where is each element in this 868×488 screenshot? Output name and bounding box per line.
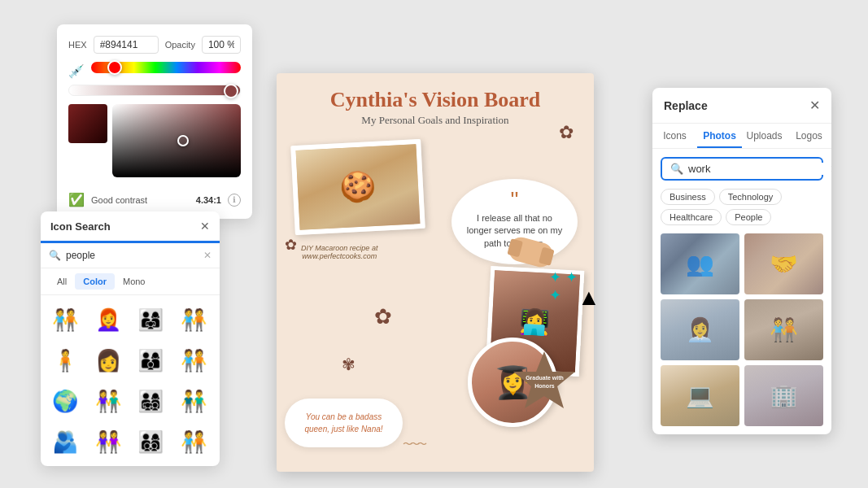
opacity-handle[interactable] [224,84,238,98]
vision-board-heading: Cynthia's Vision Board [277,88,594,112]
icon-search-header: Icon Search ✕ [41,211,220,243]
photo-item-2[interactable]: 🤝 [744,233,823,294]
icon-item[interactable]: 🌍 [47,383,83,419]
wave-lines-3: 〜〜〜 [403,438,425,451]
vision-board: Cynthia's Vision Board My Personal Goals… [277,73,594,472]
icon-search-input-wrapper: 🔍 ✕ [41,243,220,268]
photo-item-1[interactable]: 👥 [661,233,739,294]
filter-tag-healthcare[interactable]: Healthcare [661,209,722,225]
photo-item-3[interactable]: 👩‍💼 [661,299,739,360]
bottom-cloud: You can be a badass queen, just like Nan… [285,399,403,447]
icon-tab-all[interactable]: All [49,273,75,290]
vision-board-subtitle: My Personal Goals and Inspiration [277,114,594,127]
ribbon-badge: Graduate with Honors [510,347,579,416]
quote-mark: " [464,194,565,207]
rainbow-handle[interactable] [107,60,122,75]
icon-item[interactable]: 👩 [90,342,126,378]
badge-text: Graduate with Honors [510,374,579,389]
photo-item-6[interactable]: 🏢 [744,365,823,426]
icon-search-clear-button[interactable]: ✕ [203,250,212,261]
color-swatch-dark[interactable] [68,104,107,143]
motivational-text-2: You can be a badass queen, just like Nan… [304,412,382,434]
icon-item[interactable]: 🧑‍🤝‍🧑 [176,424,212,460]
color-gradient-container[interactable] [112,104,241,185]
opacity-label: Opacity [165,40,195,50]
replace-panel: Replace ✕ Icons Photos Uploads Logos 🔍 ✕… [652,88,831,434]
icon-search-title: Icon Search [50,220,111,233]
replace-tab-photos[interactable]: Photos [697,124,742,148]
hex-input[interactable] [94,36,159,54]
flower-deco-4: ✾ [342,355,355,374]
icon-item[interactable]: 👭 [90,424,126,460]
icon-item[interactable]: 🧑‍🤝‍🧑 [47,302,83,338]
rainbow-bar[interactable] [91,62,241,73]
contrast-value: 4.34:1 [196,195,221,205]
filter-tag-people[interactable]: People [726,209,771,225]
search-icon: 🔍 [49,250,61,261]
replace-tab-icons[interactable]: Icons [652,124,697,148]
hex-label: HEX [68,40,87,50]
color-picker-panel: HEX Opacity 💉 ✅ Good contrast 4.34:1 ℹ [57,24,252,219]
photo-item-4[interactable]: 🧑‍🤝‍🧑 [744,299,823,360]
vision-board-title: Cynthia's Vision Board My Personal Goals… [277,73,594,127]
color-swatch-row [68,104,241,185]
replace-tabs: Icons Photos Uploads Logos [652,124,831,149]
opacity-bar[interactable] [68,85,241,96]
flower-deco-2: ✿ [285,236,297,254]
eyedropper-icon[interactable]: 💉 [68,63,85,79]
icon-tabs: All Color Mono [41,268,220,295]
icon-item[interactable]: 👩‍🦰 [90,302,126,338]
photo-grid: 👥 🤝 👩‍💼 🧑‍🤝‍🧑 💻 🏢 [652,233,831,434]
replace-search-icon: 🔍 [670,163,683,175]
color-gradient[interactable] [112,104,241,177]
macaroon-photo: 🍪 [290,139,425,235]
icon-tab-color[interactable]: Color [75,273,115,290]
icon-search-panel: Icon Search ✕ 🔍 ✕ All Color Mono 🧑‍🤝‍🧑 👩… [41,211,220,466]
icon-item[interactable]: 👨‍👩‍👦‍👦 [133,424,168,460]
recipe-text: DIY Macaroon recipe at www.perfectcooks.… [301,244,377,260]
icon-item[interactable]: 👨‍👩‍👧 [133,302,168,338]
flower-deco-3: ✿ [374,304,392,329]
icon-item[interactable]: 🧑‍🤝‍🧑 [176,342,212,378]
replace-search-input[interactable] [688,163,825,175]
icon-tab-mono[interactable]: Mono [115,273,154,290]
icon-grid: 🧑‍🤝‍🧑 👩‍🦰 👨‍👩‍👧 🧑‍🤝‍🧑 🧍 👩 👨‍👩‍👦 🧑‍🤝‍🧑 🌍 … [41,295,220,466]
flower-deco-1: ✿ [559,122,574,143]
info-symbol: ℹ [233,195,236,204]
icon-search-input[interactable] [66,250,198,261]
filter-tag-business[interactable]: Business [661,189,715,205]
filter-tag-technology[interactable]: Technology [719,189,783,205]
replace-close-button[interactable]: ✕ [809,98,820,113]
contrast-info-icon[interactable]: ℹ [228,194,241,207]
replace-header: Replace ✕ [652,88,831,124]
contrast-check-icon: ✅ [68,192,85,207]
replace-search-clear-button[interactable]: ✕ [830,163,831,175]
gradient-handle[interactable] [177,135,189,146]
icon-item[interactable]: 🫂 [47,424,83,460]
icon-item[interactable]: 👬 [176,383,212,419]
replace-tab-uploads[interactable]: Uploads [742,124,787,148]
icon-item[interactable]: 🧍 [47,342,83,378]
icon-item[interactable]: 🧑‍🤝‍🧑 [176,302,212,338]
icon-item[interactable]: 👨‍👩‍👦 [133,342,168,378]
icon-item[interactable]: 👫 [90,383,126,419]
contrast-row: ✅ Good contrast 4.34:1 ℹ [68,192,241,207]
cursor-arrow: ▲ [578,285,600,311]
replace-search-wrapper: 🔍 ✕ [661,157,823,181]
replace-title: Replace [664,99,708,112]
sparkles-decoration: ✦ ✦✦ [549,268,578,304]
photo-item-5[interactable]: 💻 [661,365,739,426]
replace-tab-logos[interactable]: Logos [787,124,831,148]
filter-tags: Business Technology Healthcare People [652,189,831,233]
contrast-label: Good contrast [91,195,190,205]
icon-search-close-button[interactable]: ✕ [200,220,210,233]
icon-item[interactable]: 👨‍👩‍👧‍👦 [133,383,168,419]
hex-row: HEX Opacity [68,36,241,54]
opacity-input[interactable] [202,36,241,54]
rainbow-row: 💉 [68,62,241,80]
macaroon-inner: 🍪 [296,144,421,230]
